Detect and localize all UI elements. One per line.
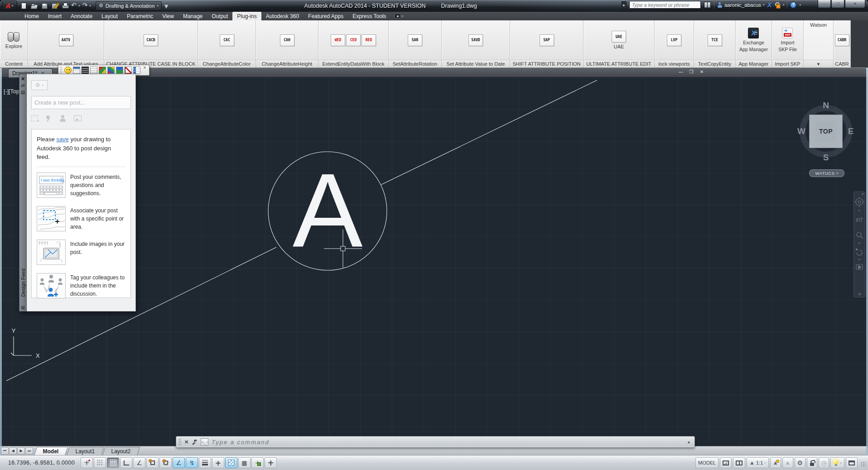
- ribbon-button-sar[interactable]: SAR: [408, 34, 422, 46]
- annotation-monitor-toggle[interactable]: [265, 457, 277, 468]
- command-input[interactable]: [212, 439, 684, 446]
- ribbon-button-import-skp[interactable]: ImportSKP File: [778, 28, 797, 52]
- quick-view-layouts-button[interactable]: [720, 457, 732, 468]
- drawing-close-button[interactable]: ✕: [699, 69, 705, 74]
- ribbon-button-cac[interactable]: CAC: [220, 34, 234, 46]
- tab-layout2[interactable]: Layout2: [102, 447, 140, 456]
- tab-parametric[interactable]: Parametric: [122, 12, 158, 20]
- viewcube-west[interactable]: W: [797, 126, 805, 136]
- maximize-button[interactable]: ▢: [831, 0, 844, 8]
- palette-menu-icon[interactable]: ▤: [21, 305, 25, 310]
- search-icon[interactable]: [704, 2, 711, 8]
- list-icon[interactable]: [82, 67, 89, 74]
- navbar-menu-icon[interactable]: ⊖: [858, 292, 861, 296]
- tab-layout1[interactable]: Layout1: [67, 447, 104, 456]
- ribbon-button-lvp[interactable]: LVP: [667, 34, 681, 46]
- grid-display-toggle[interactable]: [107, 457, 119, 468]
- tab-featured-apps[interactable]: Featured Apps: [304, 12, 348, 20]
- tab-home[interactable]: Home: [20, 12, 43, 20]
- explore-button[interactable]: Explore: [5, 32, 22, 49]
- save-as-button[interactable]: [49, 1, 59, 10]
- pin-icon[interactable]: [45, 115, 53, 122]
- attach-image-icon[interactable]: [74, 115, 82, 121]
- save-button[interactable]: [39, 1, 49, 10]
- last-tab-button[interactable]: ⏭: [25, 447, 33, 455]
- command-close-icon[interactable]: ✕: [184, 439, 188, 445]
- infer-constraints-toggle[interactable]: [81, 457, 93, 468]
- signin-menu[interactable]: aaronic_abacus ▾: [717, 2, 765, 8]
- search-expand-icon[interactable]: ▸: [622, 1, 627, 9]
- model-space-button[interactable]: MODEL: [695, 457, 719, 468]
- tab-plug-ins[interactable]: Plug-ins: [232, 12, 261, 20]
- drawing-restore-button[interactable]: ❐: [688, 69, 694, 74]
- app-menu-button[interactable]: A ▾: [2, 0, 17, 11]
- customize-wrench-icon[interactable]: [192, 439, 198, 445]
- associate-area-icon[interactable]: [31, 115, 38, 121]
- quick-properties-toggle[interactable]: [238, 457, 251, 468]
- command-line[interactable]: ✕ >_▾ ▲: [176, 436, 695, 448]
- resize-grip[interactable]: [861, 461, 866, 467]
- viewcube-top-face[interactable]: TOP: [809, 115, 843, 148]
- new-post-input[interactable]: [31, 96, 131, 109]
- palette-red-icon[interactable]: [99, 67, 106, 74]
- tab-express-tools[interactable]: Express Tools: [348, 12, 391, 20]
- viewcube-east[interactable]: E: [848, 126, 854, 136]
- minimize-button[interactable]: —: [818, 0, 831, 8]
- polar-tracking-toggle[interactable]: [133, 457, 145, 468]
- annotation-visibility-button[interactable]: ▲: [770, 457, 781, 468]
- smiley-icon[interactable]: [64, 67, 72, 74]
- redo-button[interactable]: ▾: [82, 1, 92, 10]
- palette-autohide-icon[interactable]: ⇄: [21, 82, 24, 89]
- tab-output[interactable]: Output: [207, 12, 232, 20]
- drawing-minimize-button[interactable]: —: [678, 69, 684, 74]
- ortho-mode-toggle[interactable]: [120, 457, 132, 468]
- search-input[interactable]: [629, 1, 701, 9]
- lock-ui-button[interactable]: [807, 457, 817, 468]
- dynamic-ucs-toggle[interactable]: [212, 457, 224, 468]
- annotation-autoscale-button[interactable]: ▲: [782, 457, 793, 468]
- tab-layout[interactable]: Layout: [97, 12, 122, 20]
- toolbar-close-icon[interactable]: ✕: [143, 66, 146, 70]
- sheet-icon[interactable]: [90, 67, 97, 74]
- window-blue-icon[interactable]: [133, 67, 140, 74]
- dynamic-input-toggle[interactable]: [186, 457, 198, 468]
- object-snap-toggle[interactable]: [146, 457, 159, 468]
- stay-connected-icon[interactable]: [774, 2, 780, 8]
- ribbon-button-cah[interactable]: CAH: [280, 34, 294, 46]
- tab-annotate[interactable]: Annotate: [66, 12, 97, 20]
- plot-graph-icon[interactable]: [125, 67, 132, 74]
- new-file-button[interactable]: [18, 1, 28, 10]
- ribbon-button-cacb[interactable]: CACB: [144, 34, 158, 46]
- tab-autodesk-360[interactable]: Autodesk 360: [261, 12, 304, 20]
- next-tab-button[interactable]: ▶: [17, 447, 25, 455]
- ribbon-button-app-manager[interactable]: ExchangeApp Manager: [739, 28, 768, 52]
- dialog-icon[interactable]: [73, 67, 80, 74]
- clean-screen-button[interactable]: [846, 457, 858, 468]
- workspace-switcher[interactable]: ⚙ Drafting & Annotation ▾: [96, 1, 162, 10]
- toolbar-grip[interactable]: [60, 67, 63, 74]
- feed-settings-button[interactable]: ⚙ ▾: [31, 80, 48, 90]
- navigation-bar[interactable]: ✕ ⊖: [854, 192, 865, 297]
- prev-tab-button[interactable]: ◀: [9, 447, 17, 455]
- palette-blue-icon[interactable]: [116, 67, 123, 74]
- ribbon-button-uae[interactable]: UAE: [612, 31, 626, 43]
- qat-options-button[interactable]: ▾: [163, 1, 170, 10]
- tab-model[interactable]: Model: [34, 447, 68, 456]
- undo-button[interactable]: ▾: [70, 1, 81, 10]
- tag-person-icon[interactable]: [59, 115, 67, 122]
- palette-properties-icon[interactable]: ▤: [21, 89, 25, 96]
- ribbon-button-tce[interactable]: TCE: [708, 34, 722, 46]
- ribbon-options-button[interactable]: ▾: [391, 12, 407, 20]
- help-icon[interactable]: ?: [790, 2, 796, 8]
- workspace-settings-button[interactable]: ⚙: [795, 457, 806, 468]
- viewcube-south[interactable]: S: [823, 153, 829, 163]
- lineweight-toggle[interactable]: [199, 457, 211, 468]
- annotation-scale-button[interactable]: ▲ 1:1 ▾: [747, 457, 769, 468]
- exchange-apps-icon[interactable]: X: [767, 1, 772, 9]
- recent-commands-button[interactable]: >_▾: [201, 438, 208, 446]
- object-snap-tracking-toggle[interactable]: [173, 457, 185, 468]
- ribbon-button-savd[interactable]: SAVD: [468, 34, 483, 46]
- ucs-dropdown[interactable]: WATUCS ▾: [809, 169, 844, 177]
- ribbon-button-red[interactable]: RED: [362, 34, 376, 46]
- quick-view-drawings-button[interactable]: [733, 457, 745, 468]
